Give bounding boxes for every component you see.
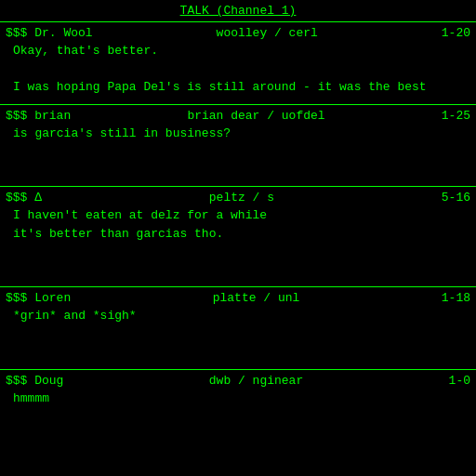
chat-line	[13, 142, 470, 161]
chat-line	[13, 243, 470, 261]
chat-handle: woolley / cerl	[93, 26, 442, 40]
chat-line: Okay, that's better.	[13, 42, 470, 60]
chat-handle: dwb / nginear	[63, 374, 448, 388]
chat-header: $$$ Dr. Woolwoolley / cerl1-20	[6, 26, 470, 40]
chat-body: is garcia's still in business?	[6, 125, 470, 179]
chat-block: $$$ brianbrian dear / uofdel1-25 is garc…	[0, 104, 476, 187]
chat-block: $$$ Dougdwb / nginear1-0 hmmmm	[0, 369, 476, 416]
chat-header: $$$ ∆peltz / s5-16	[6, 191, 470, 205]
chat-block: $$$ Dr. Woolwoolley / cerl1-20 Okay, tha…	[0, 21, 476, 104]
chat-sender: $$$ brian	[6, 109, 71, 123]
chat-line: hmmmm	[13, 390, 470, 408]
chat-body: Okay, that's better. I was hoping Papa D…	[6, 42, 470, 97]
chat-body: hmmmm	[6, 390, 470, 408]
chat-score: 1-20	[442, 26, 470, 40]
chat-container: $$$ Dr. Woolwoolley / cerl1-20 Okay, tha…	[0, 21, 476, 415]
chat-score: 5-16	[442, 191, 470, 205]
chat-line	[13, 60, 470, 79]
chat-line	[13, 261, 470, 280]
chat-line: I haven't eaten at delz for a while	[13, 206, 470, 225]
chat-line: I was hoping Papa Del's is still around …	[13, 78, 470, 97]
chat-line: *grin* and *sigh*	[13, 307, 470, 325]
chat-header: $$$ Lorenplatte / unl1-18	[6, 291, 470, 305]
chat-block: $$$ Lorenplatte / unl1-18 *grin* and *si…	[0, 286, 476, 369]
chat-sender: $$$ Dr. Wool	[6, 26, 93, 40]
title-text: TALK (Channel 1)	[180, 4, 297, 18]
chat-line	[13, 325, 470, 344]
chat-line	[13, 343, 470, 362]
chat-sender: $$$ Loren	[6, 291, 71, 305]
chat-line	[13, 161, 470, 179]
title-bar: TALK (Channel 1)	[0, 0, 476, 21]
chat-body: I haven't eaten at delz for a while it's…	[6, 206, 470, 279]
chat-sender: $$$ ∆	[6, 191, 42, 205]
chat-header: $$$ Dougdwb / nginear1-0	[6, 374, 470, 388]
chat-score: 1-18	[442, 291, 470, 305]
chat-header: $$$ brianbrian dear / uofdel1-25	[6, 109, 470, 123]
chat-score: 1-25	[442, 109, 470, 123]
chat-score: 1-0	[449, 374, 470, 388]
chat-handle: platte / unl	[71, 291, 442, 305]
chat-block: $$$ ∆peltz / s5-16 I haven't eaten at de…	[0, 186, 476, 286]
chat-handle: brian dear / uofdel	[71, 109, 442, 123]
chat-sender: $$$ Doug	[6, 374, 63, 388]
chat-line: is garcia's still in business?	[13, 125, 470, 143]
chat-body: *grin* and *sigh*	[6, 307, 470, 362]
chat-line: it's better than garcias tho.	[13, 225, 470, 244]
chat-handle: peltz / s	[42, 191, 442, 205]
